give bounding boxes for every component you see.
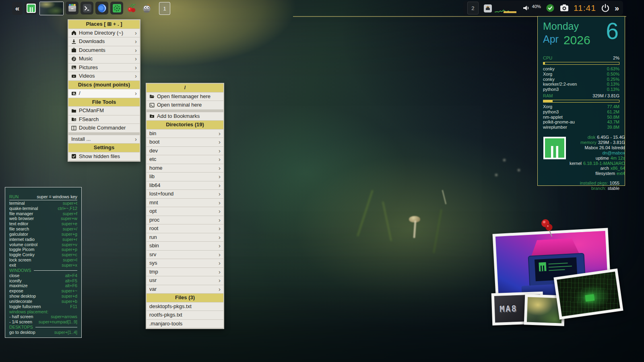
- mabox-tools-icon[interactable]: [110, 2, 123, 14]
- keybind-row: iconify alt+F5: [9, 278, 77, 284]
- menu-item[interactable]: /: [68, 89, 140, 98]
- cpu-header: CPU 2%: [543, 56, 619, 61]
- menu-item[interactable]: tmp: [147, 268, 223, 276]
- menu-item[interactable]: Videos: [68, 72, 140, 80]
- screenshot-camera-icon[interactable]: [559, 3, 569, 13]
- menu-item[interactable]: Music: [68, 55, 140, 63]
- power-icon[interactable]: [601, 3, 610, 13]
- menu-item[interactable]: bin: [147, 130, 223, 138]
- keybind-row: expose super+~: [9, 288, 77, 294]
- keybind-row: go to desktop super+[1..4]: [9, 330, 77, 335]
- menu-item[interactable]: home: [147, 164, 223, 173]
- keybind-row: text editor super+e: [9, 221, 77, 226]
- mabox-logo-on-screen: [539, 262, 546, 272]
- disk-icon: [71, 91, 76, 96]
- menu-item[interactable]: run: [147, 233, 223, 242]
- submenu-arrow-icon: [219, 285, 221, 294]
- menu-item[interactable]: lib: [147, 173, 223, 181]
- menu-item[interactable]: proc: [147, 216, 223, 224]
- menu-item[interactable]: Downloads: [68, 37, 140, 46]
- menu-item[interactable]: Home Directory (~): [68, 29, 140, 37]
- updates-ok-icon[interactable]: [545, 3, 555, 13]
- process-row: kworker/2:2-even 0.13%: [543, 82, 619, 87]
- menu-item[interactable]: opt: [147, 207, 223, 216]
- menu-item[interactable]: srv: [147, 251, 223, 259]
- panel-left-cluster: « 1: [12, 2, 170, 15]
- menu-item[interactable]: Install ...: [68, 135, 140, 144]
- keybind-row: maximize alt+F6: [9, 283, 77, 288]
- sysinfo-row: Mabox 26.04 Istredd: [570, 145, 625, 150]
- photo-matrix-grid: [553, 268, 623, 319]
- menu-item[interactable]: Double Commander: [68, 124, 140, 132]
- top-panel: « 1 2: [0, 0, 644, 16]
- home-icon: [71, 30, 76, 35]
- taskbar-overflow-left-button[interactable]: «: [12, 2, 23, 15]
- submenu-arrow-icon: [135, 64, 137, 72]
- mabox-logo-icon: [543, 136, 566, 160]
- menu-header: Discs (mount points): [68, 81, 140, 89]
- menu-item[interactable]: var: [147, 285, 223, 294]
- videos-icon: [71, 74, 76, 79]
- terminal-icon[interactable]: [80, 2, 93, 14]
- menu-item[interactable]: desktopfs-pkgs.txt: [147, 302, 223, 311]
- menu-item[interactable]: boot: [147, 138, 223, 146]
- workspace-button-2[interactable]: 2: [467, 2, 479, 14]
- gimp-icon[interactable]: [140, 2, 153, 14]
- keybindings-conky: RUN super = windows key terminal super+t…: [5, 187, 82, 338]
- menu-item[interactable]: rootfs-pkgs.txt: [147, 311, 223, 319]
- menu-item[interactable]: root: [147, 224, 223, 233]
- submenu-arrow-icon: [135, 29, 137, 37]
- menu-item[interactable]: Pictures: [68, 64, 140, 72]
- menu-item[interactable]: lost+found: [147, 190, 223, 198]
- network-tray-widget[interactable]: [483, 3, 517, 13]
- menu-item[interactable]: mnt: [147, 199, 223, 207]
- terminal-small-icon: [149, 103, 155, 108]
- red-pushpin-icon: [539, 219, 556, 240]
- bookmark-add-icon: [149, 113, 155, 119]
- menu-header: Settings: [68, 144, 140, 152]
- browser-icon[interactable]: [95, 2, 108, 14]
- menu-item[interactable]: sys: [147, 259, 223, 267]
- submenu-arrow-icon: [219, 190, 221, 198]
- menu-item[interactable]: Open terminal here: [147, 101, 223, 109]
- mabox-logo-icon[interactable]: [25, 2, 37, 14]
- folder-search-icon: [71, 117, 76, 122]
- keybind-row: file search super+/: [9, 226, 77, 232]
- photo-caption: MA8: [500, 304, 518, 314]
- volume-tray-widget[interactable]: 40%: [522, 3, 541, 13]
- system-info-block: disk 6.45G - 15.4G memory 329M - 3.81G M…: [543, 135, 619, 176]
- menu-item[interactable]: sbin: [147, 242, 223, 250]
- workspace-button-1[interactable]: 1: [159, 2, 170, 15]
- menu-item[interactable]: Add to Bookmarks: [147, 112, 223, 121]
- photo-collage: MA8: [487, 220, 632, 333]
- sysinfo-row: installed pkgs: 1055: [543, 181, 619, 186]
- menu-item[interactable]: FSearch: [68, 115, 140, 124]
- menu-item[interactable]: Open filemanager here: [147, 93, 223, 101]
- menu-item[interactable]: dev: [147, 147, 223, 155]
- menu-item[interactable]: etc: [147, 155, 223, 164]
- launcher-list: [25, 2, 153, 15]
- volume-icon: [522, 3, 531, 13]
- file-manager-icon[interactable]: [66, 2, 78, 14]
- menu-item[interactable]: PCManFM: [68, 107, 140, 115]
- menu-item[interactable]: Documents: [68, 46, 140, 55]
- submenu-arrow-icon: [219, 173, 221, 181]
- desktop-preview-icon[interactable]: [39, 2, 64, 15]
- menu-item[interactable]: lib64: [147, 181, 223, 190]
- tray-overflow-right-button[interactable]: »: [615, 4, 619, 13]
- open-folder-icon: [149, 94, 155, 99]
- keybind-row: exit super+x: [9, 263, 77, 268]
- menu-item[interactable]: .manjaro-tools: [147, 320, 223, 328]
- cpu-bar: [543, 62, 619, 65]
- menu-header: Places [ ⊞ + . ]: [68, 20, 140, 29]
- menu-item[interactable]: Show hidden files: [68, 152, 140, 161]
- cherries-icon[interactable]: [125, 2, 138, 14]
- keybind-row: - 1/4 screen super+numpad[1..9]: [9, 319, 77, 325]
- keybind-row: lock screen super+l: [9, 257, 77, 263]
- menu-item[interactable]: usr: [147, 276, 223, 285]
- clock[interactable]: 11:41: [574, 3, 596, 13]
- sysinfo-row: memory 329M - 3.81G: [570, 140, 625, 145]
- columns-icon: [71, 125, 76, 131]
- checkbox-checked-icon: [71, 154, 76, 159]
- documents-icon: [71, 47, 76, 53]
